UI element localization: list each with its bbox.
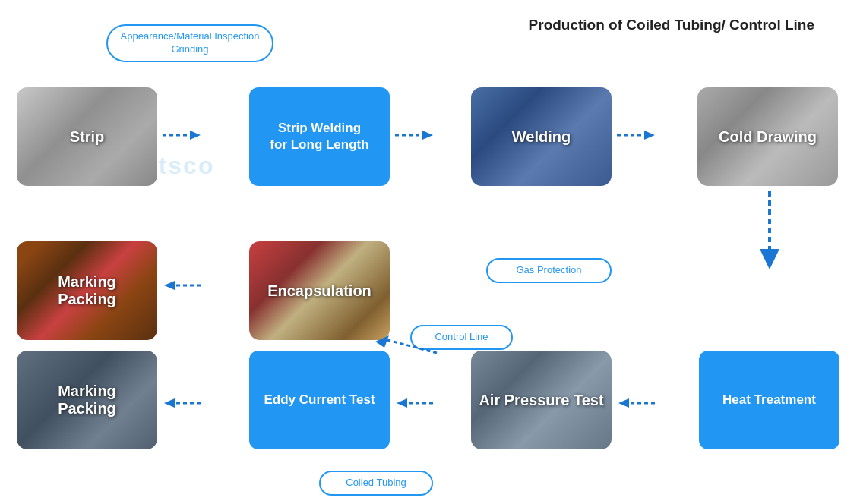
svg-marker-11 (375, 335, 389, 348)
marking-packing-top-label: Marking Packing (17, 241, 157, 340)
air-pressure-label: Air Pressure Test (471, 351, 612, 449)
arrow-eddy-to-marking-bottom (161, 395, 203, 411)
strip-label: Strip (17, 87, 157, 186)
arrow-stripweld-to-weld (394, 127, 435, 143)
arrow-strip-to-welding (161, 127, 203, 143)
oval-coiled: Coiled Tubing (319, 471, 433, 496)
encapsulation-box: Encapsulation (249, 241, 390, 340)
svg-marker-7 (760, 249, 779, 269)
welding-box: Welding (471, 87, 612, 186)
strip-box: Strip (17, 87, 157, 186)
welding-label: Welding (471, 87, 612, 186)
eddy-current-box: Eddy Current Test (249, 351, 390, 449)
oval-gas: Gas Protection (486, 258, 612, 283)
arrow-cold-down (758, 190, 781, 273)
marking-packing-bottom-label: Marking Packing (17, 351, 157, 449)
marking-packing-bottom-box: Marking Packing (17, 351, 157, 449)
page-title: Production of Coiled Tubing/ Control Lin… (529, 17, 814, 33)
page-container: Production of Coiled Tubing/ Control Lin… (0, 0, 860, 504)
svg-marker-1 (190, 131, 201, 140)
arrow-heat-to-air (615, 395, 657, 411)
oval-gas-label: Gas Protection (517, 264, 582, 276)
air-pressure-box: Air Pressure Test (471, 351, 612, 449)
cold-drawing-box: Cold Drawing (697, 87, 838, 186)
strip-welding-label: Strip Welding for Long Length (270, 120, 368, 153)
oval-appearance: Appearance/Material Inspection Grinding (106, 24, 273, 62)
heat-treatment-box: Heat Treatment (699, 351, 839, 449)
oval-coiled-label: Coiled Tubing (346, 477, 406, 488)
oval-appearance-label: Appearance/Material Inspection Grinding (121, 30, 260, 55)
cold-drawing-label: Cold Drawing (697, 87, 838, 186)
arrow-weld-to-cold (615, 127, 657, 143)
oval-control-label: Control Line (435, 331, 488, 342)
svg-marker-13 (164, 398, 175, 408)
svg-marker-17 (618, 398, 629, 408)
heat-treatment-label: Heat Treatment (722, 392, 816, 408)
marking-packing-top-box: Marking Packing (17, 241, 157, 340)
svg-marker-9 (164, 281, 175, 290)
svg-marker-15 (397, 398, 407, 408)
arrow-air-to-eddy (394, 395, 435, 411)
eddy-current-label: Eddy Current Test (264, 392, 375, 408)
svg-marker-3 (422, 131, 433, 140)
svg-line-10 (387, 340, 437, 353)
arrow-encap-to-marking (161, 277, 203, 294)
svg-marker-5 (644, 131, 655, 140)
encapsulation-label: Encapsulation (249, 241, 390, 340)
strip-welding-box: Strip Welding for Long Length (249, 87, 390, 186)
